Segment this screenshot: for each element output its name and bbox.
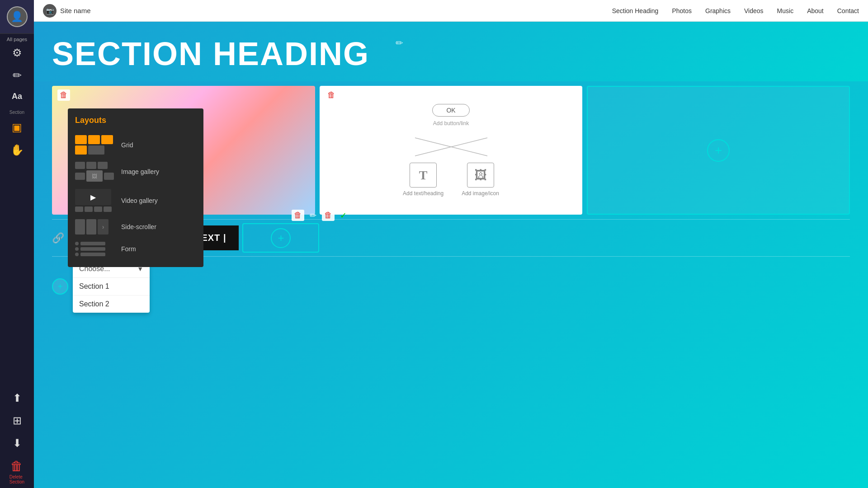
add-section-icon: ⊞: [13, 414, 22, 427]
layout-icon: ▣: [12, 121, 22, 134]
svg-line-3: [451, 147, 487, 156]
divider-lines-svg: [401, 136, 501, 158]
text-icon-box: T: [410, 163, 437, 188]
sidebar-item-move-down[interactable]: ⬇: [0, 432, 34, 455]
nav-photos[interactable]: Photos: [672, 7, 692, 14]
settings-icon: ⚙: [12, 47, 22, 59]
edit-icon-row: 🗑 ✏ 🗑 ✓: [292, 210, 347, 221]
add-row-button[interactable]: +: [52, 278, 68, 295]
grid-thumb: [75, 135, 116, 155]
form-thumb: [75, 242, 116, 256]
link-icon[interactable]: 🔗: [52, 232, 64, 244]
sidebar-item-move-up[interactable]: ⬆: [0, 387, 34, 410]
nav-about[interactable]: About: [807, 7, 824, 14]
site-name: Site name: [60, 7, 91, 14]
heading-edit-pencil[interactable]: ✏: [396, 38, 403, 48]
sidebar-item-layout[interactable]: ▣: [0, 117, 34, 139]
layout-grid[interactable]: Grid: [75, 131, 196, 158]
plus-cell[interactable]: +: [587, 86, 850, 215]
move-down-icon: ⬇: [13, 437, 22, 450]
svg-line-0: [415, 138, 451, 147]
image-gallery-thumb: 🖼: [75, 162, 116, 182]
nav-music[interactable]: Music: [777, 7, 794, 14]
add-image-label: Add image/icon: [462, 190, 499, 197]
layout-grid-label: Grid: [121, 141, 133, 149]
delete-section-label: DeleteSection: [9, 474, 24, 484]
section-heading-area: SECTION HEADING ✏: [34, 22, 868, 81]
row-delete-left[interactable]: 🗑: [292, 210, 304, 221]
button-plus-box: +: [242, 223, 319, 253]
all-pages-label: All pages: [7, 37, 27, 42]
plus-circle-icon[interactable]: +: [707, 139, 730, 162]
avatar-container[interactable]: 👤: [0, 0, 34, 34]
content-cell-delete[interactable]: 🗑: [325, 89, 338, 101]
layout-side-scroller[interactable]: › Side-scroller: [75, 216, 196, 238]
layouts-title: Layouts: [75, 116, 196, 125]
row-delete-right[interactable]: 🗑: [322, 210, 335, 221]
trash-icon: 🗑: [10, 459, 23, 474]
layout-image-gallery[interactable]: 🖼 Image gallery: [75, 158, 196, 185]
hand-icon: ✋: [10, 144, 24, 156]
layout-side-scroller-label: Side-scroller: [121, 223, 156, 230]
sidebar-item-hand[interactable]: ✋: [0, 139, 34, 162]
add-text-item[interactable]: T Add text/heading: [403, 163, 443, 197]
text-icon: T: [419, 168, 428, 183]
row-check-icon[interactable]: ✓: [340, 211, 347, 221]
move-up-icon: ⬆: [13, 392, 22, 404]
dropdown-option-2[interactable]: Section 2: [73, 296, 150, 313]
sidebar-item-settings[interactable]: ⚙: [0, 42, 34, 65]
layout-video-gallery[interactable]: ▶ Video gallery: [75, 185, 196, 216]
avatar: 👤: [7, 6, 28, 27]
nav-videos[interactable]: Videos: [744, 7, 764, 14]
delete-section-button[interactable]: 🗑 DeleteSection: [9, 455, 24, 488]
font-icon: Aa: [12, 92, 22, 101]
nav-links: Section Heading Photos Graphics Videos M…: [612, 7, 859, 14]
content-cell: OK Add button/link T: [320, 86, 583, 215]
video-gallery-thumb: ▶: [75, 189, 116, 212]
nav-graphics[interactable]: Graphics: [705, 7, 731, 14]
sidebar-item-edit[interactable]: ✏: [0, 65, 34, 87]
add-button-link-label: Add button/link: [433, 120, 469, 127]
layouts-panel: Layouts Grid: [68, 108, 203, 267]
svg-line-1: [451, 138, 487, 147]
row-pencil-icon[interactable]: ✏: [310, 211, 316, 221]
top-navigation: 📷 Site name Section Heading Photos Graph…: [34, 0, 868, 22]
site-logo[interactable]: 📷 Site name: [43, 4, 91, 18]
site-logo-icon: 📷: [43, 4, 57, 18]
section-label: Section: [9, 106, 24, 116]
nav-section-heading[interactable]: Section Heading: [612, 7, 659, 14]
plus-cell-container: +: [587, 86, 850, 215]
image-icon-box: 🖼: [467, 163, 494, 188]
dropdown-area: + Choose... ▼ Section 1 Section 2: [52, 260, 850, 313]
page-title: SECTION HEADING: [52, 36, 369, 72]
svg-line-2: [415, 147, 451, 156]
side-scroller-thumb: ›: [75, 219, 116, 235]
sidebar-item-add-section[interactable]: ⊞: [0, 410, 34, 432]
layout-form-label: Form: [121, 245, 136, 253]
nav-contact[interactable]: Contact: [837, 7, 859, 14]
image-cell-delete[interactable]: 🗑: [57, 89, 70, 101]
image-icon: 🖼: [474, 168, 487, 183]
dropdown-option-1[interactable]: Section 1: [73, 278, 150, 296]
main-content: 📷 Site name Section Heading Photos Graph…: [34, 0, 868, 488]
layout-form[interactable]: Form: [75, 238, 196, 260]
sidebar-item-font[interactable]: Aa: [0, 87, 34, 107]
layout-video-gallery-label: Video gallery: [121, 197, 158, 204]
sidebar: 👤 All pages ⚙ ✏ Aa Section ▣ ✋ ⬆ ⊞ ⬇ 🗑 D…: [0, 0, 34, 488]
button-plus-circle[interactable]: +: [271, 228, 291, 248]
add-text-label: Add text/heading: [403, 190, 443, 197]
content-cell-bottom: T Add text/heading 🖼 Add image/icon: [403, 163, 499, 197]
layout-image-gallery-label: Image gallery: [121, 168, 159, 175]
edit-icon: ✏: [13, 69, 22, 82]
content-cell-container: 🗑 OK Add button/link: [320, 86, 583, 215]
add-image-item[interactable]: 🖼 Add image/icon: [462, 163, 499, 197]
ok-button[interactable]: OK: [432, 104, 469, 117]
dropdown-box: Choose... ▼ Section 1 Section 2: [73, 260, 150, 313]
dropdown-row: + Choose... ▼ Section 1 Section 2: [52, 260, 150, 313]
